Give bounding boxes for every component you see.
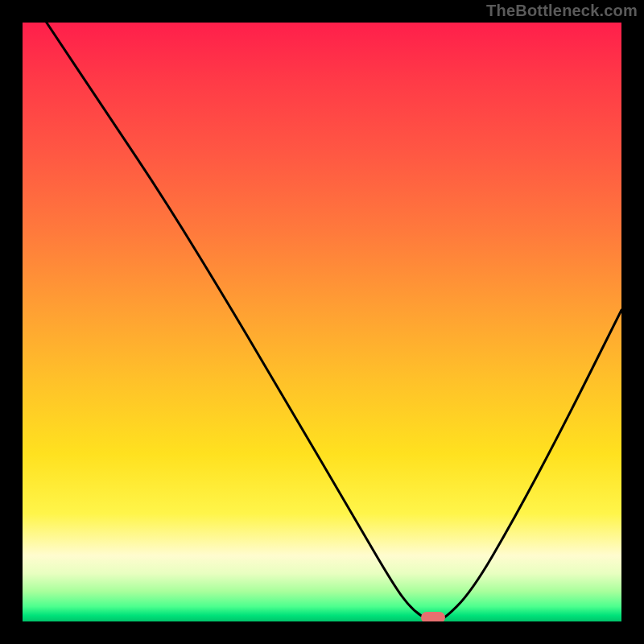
bottleneck-curve-svg xyxy=(23,23,621,621)
bottleneck-curve-path xyxy=(47,23,621,621)
plot-area xyxy=(23,23,621,621)
watermark-text: TheBottleneck.com xyxy=(486,2,638,20)
optimal-point-marker xyxy=(421,612,445,621)
chart-frame: TheBottleneck.com xyxy=(0,0,644,644)
